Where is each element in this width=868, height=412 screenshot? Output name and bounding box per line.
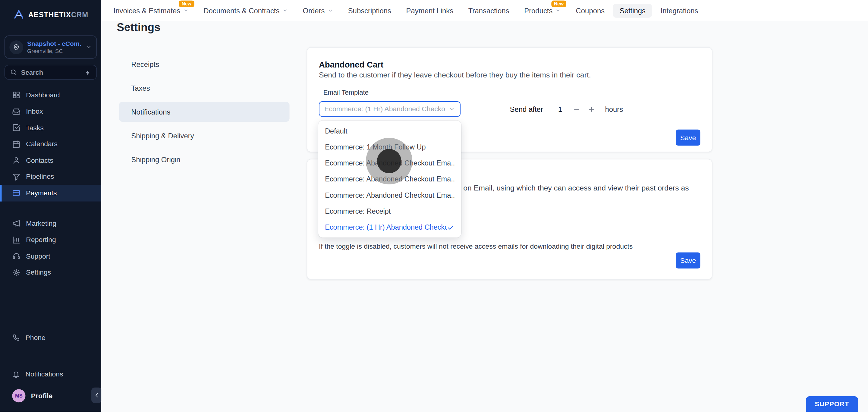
profile-label: Profile bbox=[31, 392, 53, 400]
location-text: Snapshot - eCom... Greenville, SC bbox=[27, 40, 82, 54]
sidebar-secondary-nav: MarketingReportingSupportSettings bbox=[0, 215, 101, 281]
app-root: AESTHETIXCRM Snapshot - eCom... Greenvil… bbox=[0, 0, 868, 412]
sidebar-item-label: Pipelines bbox=[26, 173, 54, 181]
contacts-icon bbox=[12, 156, 21, 164]
topnav-item-label: Products bbox=[524, 6, 553, 15]
dropdown-option-0-default[interactable]: Default bbox=[318, 123, 461, 139]
sidebar-item-label: Reporting bbox=[26, 236, 56, 244]
dropdown-option-label: Default bbox=[325, 127, 347, 135]
plus-icon bbox=[588, 105, 595, 113]
settings-nav-label: Shipping & Delivery bbox=[131, 131, 194, 140]
sidebar-item-dashboard[interactable]: Dashboard bbox=[0, 87, 101, 103]
chevron-down-icon bbox=[448, 106, 455, 113]
digital-products-note: If the toggle is disabled, customers wil… bbox=[319, 242, 632, 250]
save-button[interactable]: Save bbox=[676, 253, 701, 268]
sidebar-item-label: Inbox bbox=[26, 107, 43, 116]
profile-button[interactable]: MS Profile bbox=[0, 388, 101, 404]
chevron-left-icon bbox=[93, 392, 100, 399]
topnav-item-subscriptions[interactable]: Subscriptions bbox=[341, 4, 398, 18]
reporting-icon bbox=[12, 236, 21, 244]
chevron-down-icon bbox=[328, 8, 333, 13]
sidebar-item-label: Marketing bbox=[26, 220, 56, 227]
topnav-item-products[interactable]: ProductsNew bbox=[518, 4, 567, 18]
settings-nav-notifications[interactable]: Notifications bbox=[119, 102, 290, 122]
tasks-icon bbox=[12, 124, 21, 132]
topnav-item-orders[interactable]: Orders bbox=[296, 4, 340, 18]
sidebar-item-notifications[interactable]: Notifications bbox=[0, 366, 101, 382]
sidebar-item-calendars[interactable]: Calendars bbox=[0, 136, 101, 152]
send-after-control: Send after hours bbox=[510, 101, 623, 117]
bell-icon bbox=[12, 370, 20, 378]
dropdown-option-4-ecommerce-abandoned-checkout-ema[interactable]: Ecommerce: Abandoned Checkout Ema... bbox=[318, 187, 461, 203]
new-badge: New bbox=[179, 0, 194, 7]
main-content: Settings ReceiptsTaxesNotificationsShipp… bbox=[101, 21, 868, 412]
brand-name: AESTHETIXCRM bbox=[28, 9, 88, 19]
dropdown-option-6-ecommerce-1-hr-abandoned-checko[interactable]: Ecommerce: (1 Hr) Abandoned Checko... bbox=[318, 219, 461, 235]
topnav-item-label: Settings bbox=[620, 6, 646, 15]
settings-nav-shipping-origin[interactable]: Shipping Origin bbox=[119, 150, 290, 169]
marketing-icon bbox=[12, 219, 21, 228]
topnav-item-integrations[interactable]: Integrations bbox=[654, 4, 705, 18]
sidebar-item-phone[interactable]: Phone bbox=[0, 329, 101, 346]
dropdown-option-label: Ecommerce: (1 Hr) Abandoned Checko... bbox=[325, 223, 447, 231]
sidebar-item-reporting[interactable]: Reporting bbox=[0, 232, 101, 248]
topnav-item-invoices-estimates[interactable]: Invoices & EstimatesNew bbox=[107, 4, 195, 18]
decrement-button[interactable] bbox=[573, 105, 580, 113]
topnav-item-payment-links[interactable]: Payment Links bbox=[400, 4, 460, 18]
search-label: Search bbox=[21, 68, 43, 76]
search-input[interactable]: Search bbox=[4, 65, 97, 80]
topnav-item-transactions[interactable]: Transactions bbox=[462, 4, 516, 18]
topnav-item-label: Coupons bbox=[576, 6, 605, 15]
shortcut-icon bbox=[85, 69, 91, 76]
topnav-item-coupons[interactable]: Coupons bbox=[569, 4, 612, 18]
sidebar-item-settings[interactable]: Settings bbox=[0, 264, 101, 281]
settings-nav: ReceiptsTaxesNotificationsShipping & Del… bbox=[119, 54, 290, 173]
cursor-indicator-center bbox=[377, 149, 401, 173]
settings-icon bbox=[12, 268, 21, 277]
settings-nav-taxes[interactable]: Taxes bbox=[119, 78, 290, 98]
support-button[interactable]: SUPPORT bbox=[806, 396, 858, 412]
increment-button[interactable] bbox=[588, 105, 595, 113]
hours-label: hours bbox=[605, 105, 623, 113]
chevron-down-icon bbox=[555, 8, 561, 13]
dropdown-option-label: Ecommerce: Abandoned Checkout Ema... bbox=[325, 191, 455, 199]
sidebar-item-label: Calendars bbox=[26, 140, 58, 148]
sidebar-item-label: Contacts bbox=[26, 156, 53, 164]
sidebar-item-payments[interactable]: Payments bbox=[0, 185, 101, 201]
sidebar: AESTHETIXCRM Snapshot - eCom... Greenvil… bbox=[0, 0, 101, 412]
dropdown-option-5-ecommerce-receipt[interactable]: Ecommerce: Receipt bbox=[318, 203, 461, 219]
topnav-item-settings[interactable]: Settings bbox=[613, 4, 652, 18]
sidebar-collapse-button[interactable] bbox=[91, 388, 102, 403]
topnav-item-label: Orders bbox=[303, 6, 325, 15]
sidebar-item-label: Dashboard bbox=[26, 91, 60, 99]
order-confirmation-text: on Email, using which they can access an… bbox=[463, 184, 689, 192]
email-template-select[interactable]: Ecommerce: (1 Hr) Abandoned Checkou... bbox=[319, 101, 461, 117]
page-title: Settings bbox=[117, 21, 161, 34]
sidebar-item-support[interactable]: Support bbox=[0, 248, 101, 264]
sidebar-item-label: Phone bbox=[25, 334, 45, 342]
minus-icon bbox=[573, 105, 580, 113]
save-button[interactable]: Save bbox=[676, 130, 701, 146]
settings-nav-shipping-delivery[interactable]: Shipping & Delivery bbox=[119, 126, 290, 146]
brand: AESTHETIXCRM bbox=[13, 9, 88, 20]
chevron-down-icon bbox=[183, 8, 188, 13]
pipelines-icon bbox=[12, 173, 21, 181]
new-badge: New bbox=[551, 0, 566, 7]
sidebar-item-inbox[interactable]: Inbox bbox=[0, 103, 101, 120]
sidebar-item-pipelines[interactable]: Pipelines bbox=[0, 168, 101, 185]
sidebar-item-marketing[interactable]: Marketing bbox=[0, 215, 101, 231]
topnav-item-label: Integrations bbox=[661, 6, 698, 15]
sidebar-item-contacts[interactable]: Contacts bbox=[0, 152, 101, 168]
topnav-item-label: Documents & Contracts bbox=[204, 6, 279, 15]
dropdown-option-label: Ecommerce: Receipt bbox=[325, 207, 391, 216]
topnav-item-documents-contracts[interactable]: Documents & Contracts bbox=[197, 4, 294, 18]
location-name: Snapshot - eCom... bbox=[27, 40, 82, 47]
sidebar-item-tasks[interactable]: Tasks bbox=[0, 120, 101, 136]
settings-nav-receipts[interactable]: Receipts bbox=[119, 54, 290, 74]
send-after-input[interactable] bbox=[555, 105, 565, 113]
location-switcher[interactable]: Snapshot - eCom... Greenville, SC bbox=[4, 36, 97, 59]
sidebar-item-label: Notifications bbox=[25, 370, 63, 378]
payments-icon bbox=[12, 189, 21, 197]
sidebar-item-label: Payments bbox=[26, 189, 57, 197]
chevron-down-icon bbox=[282, 8, 288, 13]
